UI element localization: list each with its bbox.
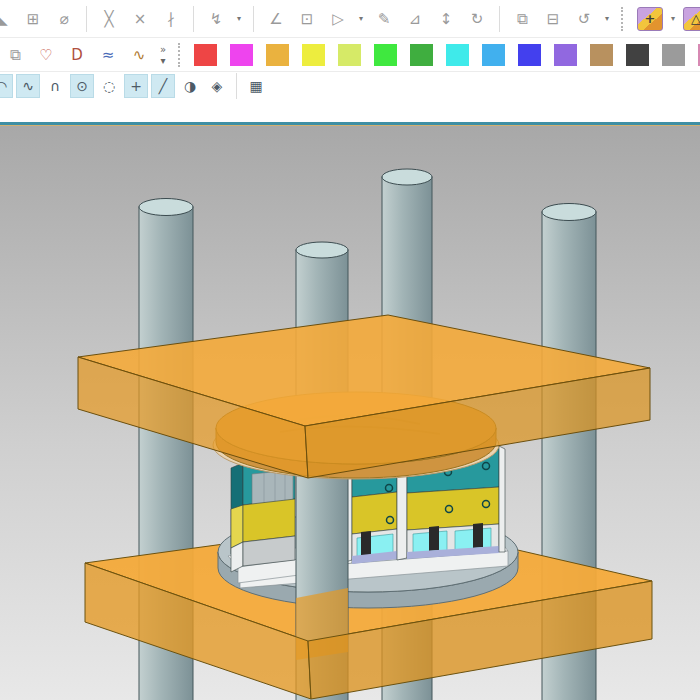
pattern-feature-icon[interactable]: ⊡ <box>294 6 320 32</box>
move-face-icon[interactable]: + <box>637 7 663 31</box>
adjust-size-icon[interactable]: ↕ <box>433 6 459 32</box>
color-swatch-11[interactable] <box>554 44 577 66</box>
graphics-window[interactable] <box>0 126 700 700</box>
edit-feature-icon[interactable]: ✎ <box>371 6 397 32</box>
fill-surface-icon[interactable]: D <box>64 42 90 68</box>
chamfer-tool-icon[interactable]: ⊿ <box>402 6 428 32</box>
through-curves-icon[interactable]: ≈ <box>95 42 121 68</box>
separator <box>193 6 194 32</box>
replace-feature-icon[interactable]: ↻ <box>464 6 490 32</box>
color-swatch-1[interactable] <box>194 44 217 66</box>
ellipse-icon[interactable]: ◌ <box>97 74 121 98</box>
overflow-down-icon[interactable]: ▾ <box>161 55 166 66</box>
color-swatch-12[interactable] <box>590 44 613 66</box>
mesh-surface-icon[interactable]: ◈ <box>205 74 229 98</box>
color-swatch-9[interactable] <box>482 44 505 66</box>
overflow-more-icon[interactable]: » <box>160 44 166 55</box>
arc-icon[interactable]: ∩ <box>43 74 67 98</box>
bounded-plane-icon[interactable]: ♡ <box>33 42 59 68</box>
color-swatch-13[interactable] <box>626 44 649 66</box>
project-curve-icon[interactable]: ∿ <box>126 42 152 68</box>
datum-plane-icon[interactable]: ⊞ <box>20 6 46 32</box>
grid-icon[interactable]: ▦ <box>244 74 268 98</box>
toolbar-feature: ◣⊞⌀╳×∤↯▾∠⊡▷▾✎⊿↕↻⧉⊟↺▾+▾△▾× <box>0 0 700 38</box>
revolve-body-icon[interactable]: ⌀ <box>51 6 77 32</box>
palette-handle <box>178 43 183 67</box>
toolbar-handle <box>621 7 626 31</box>
mirror-feature-icon[interactable]: ▷ <box>325 6 351 32</box>
rapid-dimension-icon[interactable]: ↯ <box>203 6 229 32</box>
pull-face-icon[interactable]: △ <box>683 7 700 31</box>
color-swatch-14[interactable] <box>662 44 685 66</box>
color-swatch-2[interactable] <box>230 44 253 66</box>
color-swatch-5[interactable] <box>338 44 361 66</box>
rapid-dimension-dropdown[interactable]: ▾ <box>234 14 244 23</box>
toolbar-gap <box>0 100 700 122</box>
move-face-dropdown[interactable]: ▾ <box>668 14 678 23</box>
studio-spline-icon[interactable]: ∿ <box>16 74 40 98</box>
separator <box>236 73 237 99</box>
circle-icon[interactable]: ⊙ <box>70 74 94 98</box>
separator <box>499 6 500 32</box>
color-swatch-10[interactable] <box>518 44 541 66</box>
reorder-feature-dropdown[interactable]: ▾ <box>602 14 612 23</box>
separator <box>253 6 254 32</box>
extract-geometry-icon[interactable]: ⧉ <box>2 42 28 68</box>
surface-icon[interactable]: ◑ <box>178 74 202 98</box>
color-swatch-4[interactable] <box>302 44 325 66</box>
edge-icon-partial[interactable]: ◣ <box>0 6 15 32</box>
divide-curve-icon[interactable]: ∤ <box>158 6 184 32</box>
toolbar-overflow[interactable]: »▾ <box>157 44 169 66</box>
color-swatch-8[interactable] <box>446 44 469 66</box>
profile-icon-partial[interactable]: ◠ <box>0 74 13 98</box>
toolbar-surface-and-colors: ⧉♡D≈∿»▾ <box>0 38 700 72</box>
lock-geometry-icon[interactable]: ⊟ <box>540 6 566 32</box>
trim-curve-icon[interactable]: ╳ <box>96 6 122 32</box>
draft-angle-icon[interactable]: ∠ <box>263 6 289 32</box>
point-icon[interactable]: + <box>124 74 148 98</box>
color-swatch-7[interactable] <box>410 44 433 66</box>
toolbar-sketch-curves: ◠∿∩⊙◌+╱◑◈▦ <box>0 72 700 100</box>
color-swatch-6[interactable] <box>374 44 397 66</box>
reorder-feature-icon[interactable]: ↺ <box>571 6 597 32</box>
line-icon[interactable]: ╱ <box>151 74 175 98</box>
mirror-feature-dropdown[interactable]: ▾ <box>356 14 366 23</box>
trim-body-icon[interactable]: × <box>127 6 153 32</box>
color-swatch-3[interactable] <box>266 44 289 66</box>
separator <box>86 6 87 32</box>
copy-geometry-icon[interactable]: ⧉ <box>509 6 535 32</box>
